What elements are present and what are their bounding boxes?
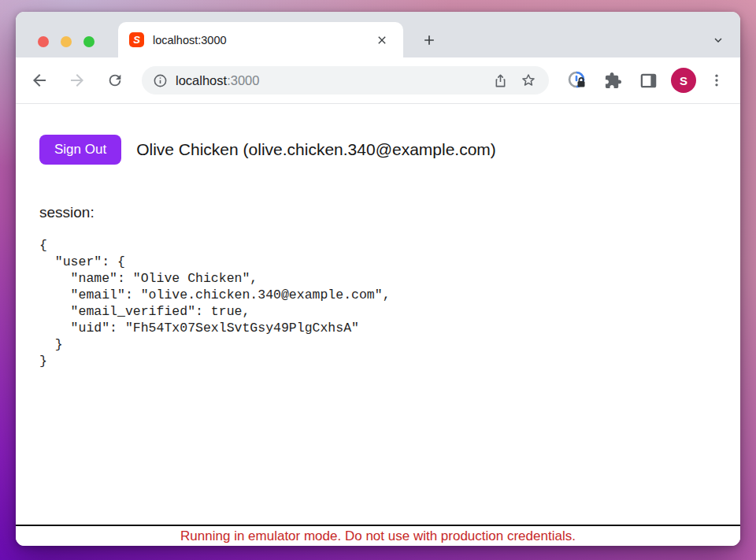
plus-icon — [421, 32, 437, 48]
share-button[interactable] — [486, 66, 514, 95]
onepassword-extension-button[interactable] — [561, 65, 593, 96]
session-json-block: { "user": { "name": "Olive Chicken", "em… — [39, 237, 717, 369]
extensions-button[interactable] — [597, 65, 628, 96]
share-icon — [493, 73, 508, 88]
emulator-warning-text: Running in emulator mode. Do not use wit… — [180, 528, 576, 544]
tab-title: localhost:3000 — [153, 34, 372, 46]
new-tab-button[interactable] — [417, 28, 441, 52]
side-panel-icon — [639, 72, 658, 90]
user-header: Sign Out Olive Chicken (olive.chicken.34… — [39, 135, 717, 165]
kebab-menu-icon — [709, 72, 724, 88]
svelte-logo-icon: S — [129, 32, 144, 47]
address-bar[interactable]: localhost:3000 — [142, 66, 549, 95]
tab-close-icon[interactable] — [372, 30, 392, 50]
maximize-window-button[interactable] — [83, 36, 94, 47]
browser-tab[interactable]: S localhost:3000 — [118, 22, 403, 57]
browser-window: S localhost:3000 — [16, 12, 740, 546]
traffic-lights — [38, 36, 94, 47]
profile-avatar[interactable]: S — [671, 68, 696, 93]
browser-menu-button[interactable] — [701, 65, 732, 96]
tab-strip: S localhost:3000 — [16, 12, 740, 57]
info-icon[interactable] — [153, 73, 168, 88]
close-window-button[interactable] — [38, 36, 49, 47]
star-icon — [521, 72, 536, 88]
puzzle-icon — [604, 72, 622, 90]
side-panel-button[interactable] — [632, 65, 664, 96]
url-port: :3000 — [227, 73, 259, 87]
forward-button[interactable] — [61, 65, 93, 96]
browser-toolbar: localhost:3000 — [16, 57, 740, 104]
session-label: session: — [39, 204, 717, 221]
user-heading: Olive Chicken (olive.chicken.340@example… — [136, 140, 496, 159]
page-content: Sign Out Olive Chicken (olive.chicken.34… — [16, 104, 740, 525]
onepassword-icon — [567, 70, 587, 91]
reload-icon — [106, 72, 124, 89]
reload-button[interactable] — [99, 65, 131, 96]
tab-search-button[interactable] — [706, 28, 730, 52]
emulator-warning-banner: Running in emulator mode. Do not use wit… — [16, 525, 740, 546]
bookmark-button[interactable] — [514, 66, 543, 95]
arrow-forward-icon — [68, 71, 87, 90]
sign-out-button[interactable]: Sign Out — [39, 135, 121, 165]
url-host: localhost — [176, 73, 227, 87]
minimize-window-button[interactable] — [61, 36, 72, 47]
back-button[interactable] — [24, 65, 55, 96]
arrow-back-icon — [30, 71, 49, 90]
url-text: localhost:3000 — [176, 73, 486, 88]
chevron-down-icon — [711, 33, 725, 47]
